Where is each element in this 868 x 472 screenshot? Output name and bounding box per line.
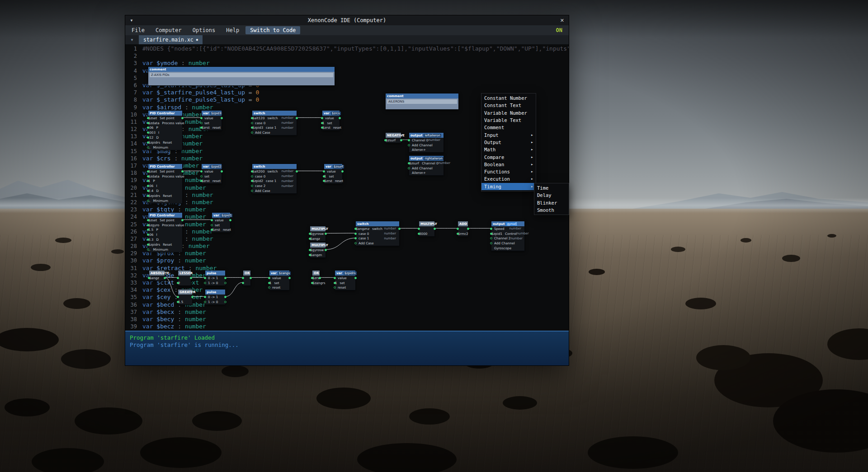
node-name-field[interactable]: $zrcs: [331, 112, 341, 115]
input-port[interactable]: [211, 224, 213, 226]
graph-node-c2[interactable]: commentAILERONS: [385, 93, 459, 110]
menu-item-variable-number[interactable]: Variable Number: [481, 109, 536, 117]
input-port[interactable]: [251, 175, 253, 178]
add-port-icon[interactable]: [408, 167, 410, 169]
input-port[interactable]: [147, 122, 149, 124]
input-port[interactable]: [384, 139, 387, 141]
graph-node-c1[interactable]: commentZ-AXIS PIDs: [148, 66, 335, 86]
output-port[interactable]: [319, 277, 321, 279]
code-line[interactable]: 23var $tgty : number: [125, 206, 569, 213]
comment-text[interactable]: Z-AXIS PIDs: [150, 73, 333, 77]
code-line[interactable]: 2: [125, 52, 569, 60]
input-value[interactable]: $zsurf: [386, 138, 396, 142]
graph-node-or1[interactable]: OR: [243, 270, 251, 286]
input-port[interactable]: [334, 286, 336, 289]
input-value[interactable]: $zsurf: [409, 161, 419, 165]
menu-item-compare[interactable]: Compare▶: [481, 153, 536, 160]
input-port[interactable]: [147, 175, 149, 178]
input-value[interactable]: $gyrosw: [310, 232, 324, 236]
output-port[interactable]: [398, 228, 401, 230]
graph-node-zangs[interactable]: var$zangsvalue1setreset: [269, 270, 290, 290]
input-port[interactable]: [147, 200, 149, 202]
node-name-field[interactable]: $zpidrs: [344, 271, 357, 275]
input-port[interactable]: [354, 237, 357, 239]
output-port[interactable]: [354, 277, 357, 279]
input-value[interactable]: $zrst: [212, 228, 220, 232]
input-port[interactable]: [321, 122, 323, 124]
input-port[interactable]: [251, 117, 253, 119]
input-value[interactable]: $zpidrs: [148, 243, 160, 247]
output-port[interactable]: [467, 228, 469, 230]
menubar-item-options[interactable]: Options: [193, 27, 216, 33]
input-port[interactable]: [309, 233, 311, 235]
add-port-icon[interactable]: [354, 242, 357, 244]
graph-node-m3[interactable]: MULTIPLY$gyrosw$angzn: [310, 242, 326, 258]
input-port[interactable]: [204, 296, 206, 298]
output-port[interactable]: [181, 219, 184, 221]
comment-text[interactable]: AILERONS: [387, 99, 457, 104]
input-port[interactable]: [211, 219, 213, 221]
input-value[interactable]: $angz: [149, 276, 159, 280]
menu-item-comment[interactable]: Comment: [481, 124, 536, 131]
graph-node-pid2[interactable]: PID Controller$zsetSet point$zdataProces…: [148, 164, 183, 204]
output-port[interactable]: [181, 117, 184, 119]
add-port-icon[interactable]: [408, 144, 410, 146]
code-line[interactable]: 22var $tgthdg : number: [125, 199, 569, 206]
menu-item-constant-text[interactable]: Constant Text: [481, 102, 536, 109]
add-row-label[interactable]: Add Case: [359, 241, 374, 245]
input-port[interactable]: [334, 282, 336, 284]
menu-item-execution[interactable]: Execution▶: [481, 175, 536, 182]
input-port[interactable]: [200, 175, 203, 178]
input-port[interactable]: [147, 248, 149, 251]
submenu-item-smooth[interactable]: Smooth: [534, 206, 569, 214]
input-port[interactable]: [147, 243, 149, 246]
input-value[interactable]: $zdata: [148, 121, 160, 125]
input-value[interactable]: $angzn: [310, 253, 322, 257]
node-name-field[interactable]: rightaileron: [424, 157, 443, 160]
input-value[interactable]: $zset: [148, 116, 157, 120]
input-port[interactable]: [309, 254, 311, 256]
input-value[interactable]: $zrst: [324, 179, 332, 183]
output-port[interactable]: [296, 117, 298, 119]
input-value[interactable]: $zpid3: [252, 126, 263, 130]
graph-node-abs[interactable]: ABSOLUTE$angz: [149, 270, 165, 281]
input-port[interactable]: [200, 170, 203, 173]
input-port[interactable]: [251, 170, 253, 173]
output-port[interactable]: [339, 117, 341, 119]
menubar-item-computer[interactable]: Computer: [156, 27, 182, 33]
output-port[interactable]: [229, 219, 231, 221]
menu-item-output[interactable]: Output▶: [481, 139, 536, 146]
output-port[interactable]: [181, 170, 184, 173]
code-line[interactable]: 1#NODES {"nodes":[{"id":"NODE0AB425CAA90…: [125, 45, 569, 52]
node-name-field[interactable]: leftaileron: [424, 134, 441, 137]
chevron-down-icon[interactable]: ▼: [125, 35, 139, 44]
input-port[interactable]: [177, 296, 179, 298]
menubar-item-help[interactable]: Help: [226, 27, 239, 33]
graph-node-gre[interactable]: GREATER1.5: [178, 289, 193, 305]
input-port[interactable]: [323, 175, 325, 178]
add-port-icon[interactable]: [251, 131, 253, 134]
add-port-icon[interactable]: [490, 242, 492, 244]
input-value[interactable]: $zset: [148, 218, 157, 222]
input-value[interactable]: $angz: [310, 237, 320, 241]
input-value[interactable]: $zrst: [202, 126, 210, 130]
graph-node-pid1[interactable]: PID Controller$zsetSet point$zdataProces…: [148, 110, 183, 150]
output-port[interactable]: [288, 277, 291, 279]
input-value[interactable]: $zpid2: [252, 179, 263, 183]
selector-label[interactable]: Aileron+: [412, 148, 426, 152]
menubar-item-file[interactable]: File: [132, 27, 145, 33]
graph-node-les[interactable]: LESSER2: [178, 270, 191, 286]
add-row-label[interactable]: Add Channel: [494, 241, 515, 245]
input-port[interactable]: [309, 249, 311, 251]
input-value[interactable]: $zangrs: [312, 281, 326, 285]
menu-item-constant-number[interactable]: Constant Number: [481, 94, 536, 102]
power-status-badge[interactable]: ON: [556, 27, 562, 33]
node-name-field[interactable]: gyroz: [506, 222, 517, 226]
input-port[interactable]: [200, 117, 203, 119]
graph-node-sw3[interactable]: switch$angznzswitchnumbercase 0numbercas…: [355, 221, 400, 246]
input-port[interactable]: [334, 277, 336, 279]
close-icon[interactable]: ✕: [560, 18, 564, 23]
input-port[interactable]: [268, 282, 270, 284]
node-name-field[interactable]: $zsurf: [333, 165, 344, 168]
input-port[interactable]: [147, 141, 149, 144]
